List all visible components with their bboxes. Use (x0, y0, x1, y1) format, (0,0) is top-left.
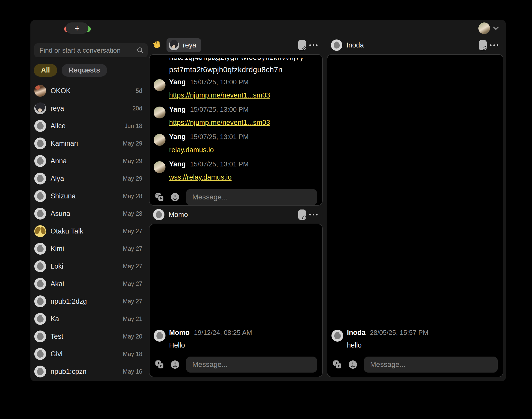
conversation-row[interactable]: AsunaMay 28 (30, 205, 148, 222)
conversation-date: 20d (132, 105, 142, 112)
reya-message-card: note1qj4tmpag2lygh wf0e0yhzkhvvhj7y pst7… (149, 54, 323, 206)
gif-media-icon (155, 193, 164, 202)
message-link[interactable]: https://njump.me/nevent1...sm03 (169, 119, 270, 126)
conversation-avatar (34, 138, 46, 149)
inoda-panel-header: Inoda (327, 36, 503, 54)
reya-tab[interactable]: reya (167, 38, 201, 52)
account-menu[interactable] (478, 22, 499, 34)
conversation-date: 5d (136, 87, 142, 94)
reya-more-options-button[interactable] (308, 39, 319, 51)
smiley-icon (171, 193, 179, 202)
reya-input-row (154, 188, 318, 206)
emoji-picker-button[interactable] (171, 360, 179, 369)
conversation-avatar (34, 260, 46, 272)
conversation-date: May 20 (123, 333, 142, 340)
momo-message-card: Momo19/12/24, 08:25 AM Hello (149, 224, 323, 377)
new-chat-button[interactable]: + (66, 22, 88, 34)
message-link[interactable]: https://njump.me/nevent1...sm03 (169, 91, 270, 99)
yang-avatar[interactable] (154, 134, 165, 146)
sidebar: All Requests OKOK5dreya20dAliceJun 18Kam… (30, 36, 148, 381)
inoda-avatar[interactable] (331, 330, 343, 342)
conversation-row[interactable]: ShizunaMay 28 (30, 187, 148, 205)
app-window: + All Requests OKOK5dreya20dAliceJun 18K… (30, 20, 506, 381)
message-link[interactable]: relay.damus.io (169, 146, 214, 154)
conversation-row[interactable] (30, 380, 148, 381)
conversation-date: May 21 (123, 316, 142, 323)
conversation-row[interactable]: npub1:2dzgMay 27 (30, 293, 148, 310)
filter-pills: All Requests (34, 64, 107, 77)
message-link[interactable]: wss://relay.damus.io (169, 173, 232, 181)
conversation-row[interactable]: reya20d (30, 100, 148, 117)
yang-avatar[interactable] (154, 161, 165, 173)
conversation-date: Jun 18 (124, 123, 142, 130)
message-timestamp: 28/05/25, 15:57 PM (370, 329, 428, 337)
conversation-name: npub1:2dzg (51, 297, 123, 305)
message-timestamp: 15/07/25, 13:01 PM (190, 133, 249, 141)
conversation-row[interactable]: AliceJun 18 (30, 117, 148, 135)
conversation-row[interactable]: AlyaMay 29 (30, 170, 148, 187)
conversation-row[interactable]: GiviMay 18 (30, 345, 148, 363)
conversation-avatar (34, 225, 46, 237)
momo-avatar[interactable] (153, 209, 164, 220)
yang-avatar[interactable] (154, 79, 165, 91)
emoji-picker-button[interactable] (348, 360, 357, 369)
conversation-row[interactable]: Otaku TalkMay 27 (30, 222, 148, 240)
reya-message-input[interactable] (186, 189, 317, 205)
conversation-name: Akai (51, 280, 123, 288)
momo-compose-note-button[interactable] (296, 209, 308, 220)
search-input[interactable] (34, 46, 137, 54)
gif-picker-button[interactable] (333, 360, 342, 369)
account-avatar[interactable] (478, 22, 490, 34)
inoda-avatar[interactable] (331, 39, 342, 51)
conversation-avatar (34, 278, 46, 290)
yang-avatar[interactable] (154, 107, 165, 118)
reya-compose-note-button[interactable] (296, 39, 308, 51)
message-group: Yang15/07/25, 13:01 PM relay.damus.io (154, 133, 318, 157)
scrollback-overflow-line: pst7mta2t6wpjh0qfzkdrdgu8ch7n (169, 66, 318, 74)
momo-title: Momo (169, 211, 188, 219)
reya-avatar (169, 40, 179, 50)
conversation-avatar (34, 366, 46, 377)
conversation-name: Otaku Talk (51, 227, 123, 235)
conversation-row[interactable]: KaMay 21 (30, 310, 148, 328)
conversation-avatar (34, 155, 46, 167)
inoda-input-row (331, 355, 498, 373)
message-text: Hello (169, 339, 252, 351)
conversation-date: May 29 (123, 158, 142, 165)
conversation-row[interactable]: AnnaMay 29 (30, 152, 148, 170)
momo-more-options-button[interactable] (308, 209, 319, 220)
message-group: Yang15/07/25, 13:00 PM https://njump.me/… (154, 78, 318, 102)
ellipsis-icon (490, 44, 498, 46)
conversation-row[interactable]: KaminariMay 29 (30, 135, 148, 152)
emoji-picker-button[interactable] (171, 193, 179, 202)
conversation-date: May 27 (123, 228, 142, 235)
message-text: hello (347, 339, 428, 351)
conversation-row[interactable]: OKOK5d (30, 82, 148, 100)
conversation-row[interactable]: TestMay 20 (30, 328, 148, 345)
gif-picker-button[interactable] (155, 360, 164, 369)
momo-avatar[interactable] (154, 330, 165, 342)
wave-icon (153, 41, 162, 50)
conversation-row[interactable]: LokiMay 27 (30, 257, 148, 275)
ellipsis-icon (309, 44, 318, 46)
conversation-row[interactable]: npub1:cpznMay 16 (30, 363, 148, 380)
message-group: Momo19/12/24, 08:25 AM Hello (154, 329, 318, 351)
filter-requests-button[interactable]: Requests (62, 64, 107, 77)
conversation-name: Ka (51, 315, 123, 323)
inoda-more-options-button[interactable] (488, 39, 500, 51)
reya-title: reya (183, 41, 196, 49)
filter-all-button[interactable]: All (34, 64, 57, 77)
inoda-message-input[interactable] (364, 357, 498, 373)
conversation-row[interactable]: AkaiMay 27 (30, 275, 148, 293)
inoda-compose-note-button[interactable] (477, 39, 488, 51)
message-group: Inoda28/05/25, 15:57 PM hello (331, 329, 498, 351)
gif-picker-button[interactable] (155, 193, 164, 202)
conversation-name: Shizuna (51, 192, 123, 200)
smiley-icon (348, 360, 357, 369)
search-icon (137, 47, 144, 54)
conversation-row[interactable]: KimiMay 27 (30, 240, 148, 257)
conversation-date: May 27 (123, 280, 142, 287)
conversation-date: May 29 (123, 175, 142, 182)
conversation-name: OKOK (51, 87, 136, 95)
momo-message-input[interactable] (186, 357, 317, 373)
